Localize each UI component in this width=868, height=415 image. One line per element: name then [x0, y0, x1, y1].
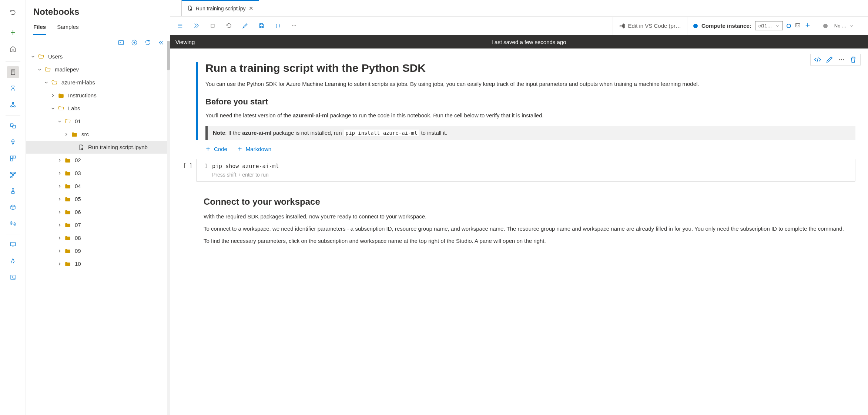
status-saved: Last saved a few seconds ago	[492, 39, 566, 45]
folder-icon	[64, 261, 71, 267]
jobs-icon[interactable]	[7, 136, 19, 148]
svg-point-22	[190, 9, 192, 10]
svg-rect-8	[10, 159, 13, 161]
tree-lab-02[interactable]: 02	[26, 154, 170, 167]
pipelines-icon[interactable]	[7, 169, 19, 181]
compute-icon[interactable]	[7, 239, 19, 251]
add-compute-icon[interactable]	[804, 22, 811, 30]
tab-files[interactable]: Files	[33, 19, 46, 35]
components-icon[interactable]	[7, 153, 19, 164]
notebook-file-icon	[187, 5, 193, 12]
file-tab[interactable]: Run training script.ipy ✕	[181, 0, 259, 16]
notebooks-icon[interactable]	[7, 66, 19, 78]
more-icon[interactable]	[289, 21, 298, 30]
tree-lab-04[interactable]: 04	[26, 180, 170, 193]
folder-icon	[64, 248, 71, 254]
tree-lab-09[interactable]: 09	[26, 244, 170, 257]
tree-notebook-file[interactable]: Run training script.ipynb	[26, 141, 170, 154]
compute-status-dot	[693, 24, 698, 28]
tree-lab-03[interactable]: 03	[26, 167, 170, 180]
datastores-icon[interactable]	[7, 255, 19, 267]
automl-icon[interactable]	[7, 83, 19, 94]
tree-lab-01[interactable]: 01	[26, 115, 170, 128]
linked-icon[interactable]	[7, 271, 19, 283]
code-cell[interactable]: 1pip show azure-ai-ml Press shift + ente…	[196, 159, 855, 182]
folder-icon	[64, 209, 71, 215]
tree-users[interactable]: Users	[26, 50, 170, 63]
menu-icon[interactable]	[175, 21, 184, 30]
cell-prompt: [ ]	[178, 159, 192, 182]
endpoints-icon[interactable]	[7, 218, 19, 230]
close-tab-icon[interactable]: ✕	[249, 5, 254, 12]
compute-indicator-icon[interactable]	[787, 24, 791, 28]
folder-open-icon	[44, 66, 51, 73]
markdown-cell-connect: Connect to your workspace With the requi…	[196, 197, 855, 245]
tree-labs[interactable]: Labs	[26, 102, 170, 115]
folder-open-icon	[58, 105, 64, 112]
data-icon[interactable]	[7, 120, 19, 132]
folder-icon	[58, 92, 64, 99]
scrollbar[interactable]	[167, 41, 170, 415]
restart-icon[interactable]	[224, 21, 233, 30]
svg-rect-0	[11, 70, 15, 75]
status-mode: Viewing	[175, 39, 195, 45]
clear-output-icon[interactable]	[241, 21, 249, 30]
sidebar-title: Notebooks	[26, 0, 170, 19]
compute-dropdown[interactable]: ci11…	[755, 21, 783, 30]
svg-rect-6	[10, 156, 13, 158]
status-bar: Viewing Last saved a few seconds ago	[170, 35, 868, 48]
compute-terminal-icon[interactable]	[795, 22, 801, 30]
kernel-status-dot	[823, 24, 828, 28]
folder-icon	[64, 183, 71, 190]
folder-icon	[71, 131, 78, 138]
new-icon[interactable]	[7, 27, 19, 39]
variables-icon[interactable]	[273, 21, 282, 30]
add-code-button[interactable]: Code	[205, 146, 227, 152]
delete-cell-icon[interactable]	[849, 56, 857, 64]
collapse-icon[interactable]	[157, 38, 165, 47]
svg-point-30	[843, 59, 844, 60]
run-hint: Press shift + enter to run	[201, 172, 851, 178]
tree-lab-10[interactable]: 10	[26, 257, 170, 270]
models-icon[interactable]	[7, 201, 19, 213]
notebook-heading: Run a training script with the Python SD…	[205, 62, 855, 74]
folder-icon	[64, 170, 71, 177]
heading-connect: Connect to your workspace	[204, 197, 855, 207]
markdown-cell[interactable]: Run a training script with the Python SD…	[196, 62, 855, 140]
folder-open-icon	[51, 79, 58, 86]
designer-icon[interactable]	[7, 99, 19, 111]
tree-lab-08[interactable]: 08	[26, 231, 170, 244]
tree-lab-06[interactable]: 06	[26, 205, 170, 218]
svg-point-15	[11, 222, 12, 223]
tab-samples[interactable]: Samples	[57, 19, 78, 35]
kernel-dropdown[interactable]: No …	[831, 21, 857, 30]
tree-lab-05[interactable]: 05	[26, 193, 170, 205]
add-markdown-button[interactable]: Markdown	[237, 146, 271, 152]
environments-icon[interactable]	[7, 185, 19, 197]
refresh-icon[interactable]	[143, 38, 152, 47]
cell-more-icon[interactable]	[837, 56, 845, 64]
tree-instructions[interactable]: Instructions	[26, 89, 170, 102]
tree-src[interactable]: src	[26, 128, 170, 141]
back-icon[interactable]	[7, 7, 19, 19]
cell-action-toolbar	[810, 54, 861, 66]
tree-lab-07[interactable]: 07	[26, 218, 170, 231]
terminal-icon[interactable]	[117, 38, 125, 47]
svg-point-26	[295, 25, 296, 26]
save-icon[interactable]	[257, 21, 266, 30]
notebook-editor: Run training script.ipy ✕ Edit in VS Cod…	[170, 0, 868, 415]
svg-rect-23	[211, 24, 214, 27]
tree-user[interactable]: madiepev	[26, 63, 170, 76]
left-nav-rail	[0, 0, 26, 415]
edit-raw-icon[interactable]	[814, 56, 822, 64]
stop-icon[interactable]	[208, 21, 217, 30]
tree-azure-ml-labs[interactable]: azure-ml-labs	[26, 76, 170, 89]
home-icon[interactable]	[7, 43, 19, 55]
svg-point-2	[10, 106, 12, 107]
new-item-icon[interactable]	[130, 38, 139, 47]
edit-cell-icon[interactable]	[825, 56, 834, 64]
heading-before-start: Before you start	[205, 97, 855, 107]
paragraph-prereq: You'll need the latest version of the az…	[205, 111, 855, 120]
edit-vscode-button[interactable]: Edit in VS Code (pr…	[619, 23, 681, 29]
run-all-icon[interactable]	[192, 21, 201, 30]
